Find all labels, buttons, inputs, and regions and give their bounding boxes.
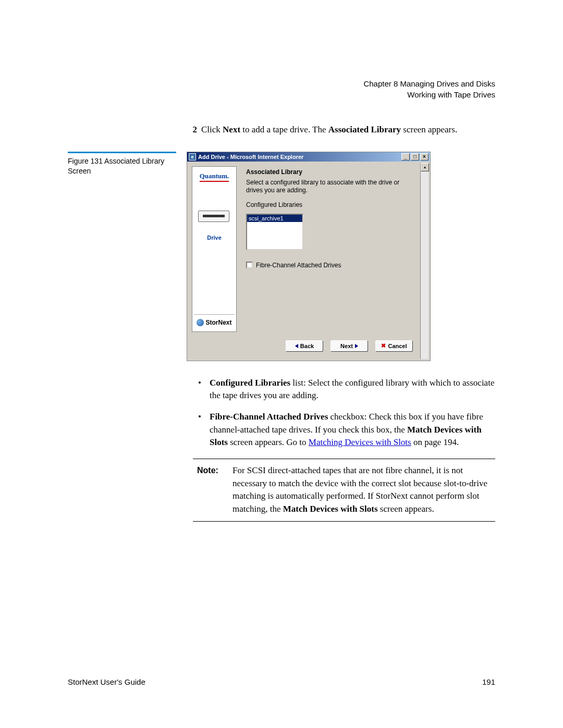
back-arrow-icon bbox=[295, 344, 298, 348]
footer-page-number: 191 bbox=[482, 677, 495, 686]
figure-caption: Figure 131 Associated Library Screen bbox=[68, 152, 176, 177]
stornext-logo: StorNext bbox=[197, 319, 231, 326]
close-button[interactable]: × bbox=[420, 153, 429, 161]
quantum-logo: Quantum. bbox=[200, 172, 229, 182]
bullet-dot: • bbox=[198, 377, 210, 402]
wizard-content: Associated Library Select a configured l… bbox=[240, 163, 420, 335]
content-heading: Associated Library bbox=[246, 168, 414, 176]
bullet-dot: • bbox=[198, 411, 210, 449]
wizard-sidebar: Quantum. Drive StorNext bbox=[192, 166, 237, 332]
ie-titlebar: e Add Drive - Microsoft Internet Explore… bbox=[187, 152, 430, 162]
bullet-list: • Configured Libraries list: Select the … bbox=[198, 377, 495, 449]
section-line: Working with Tape Drives bbox=[68, 89, 495, 100]
chapter-line: Chapter 8 Managing Drives and Disks bbox=[68, 78, 495, 89]
drive-label: Drive bbox=[207, 235, 222, 241]
note-box: Note: For SCSI direct-attached tapes tha… bbox=[193, 459, 495, 522]
fibre-channel-row: Fibre-Channel Attached Drives bbox=[246, 262, 414, 269]
ie-app-icon: e bbox=[189, 153, 196, 161]
stornext-globe-icon bbox=[197, 319, 204, 326]
bullet-item-2: • Fibre-Channel Attached Drives checkbox… bbox=[198, 411, 495, 449]
cancel-x-icon: ✖ bbox=[381, 342, 386, 349]
step-2: 2 Click Next to add a tape drive. The As… bbox=[187, 124, 495, 136]
page-footer: StorNext User's Guide 191 bbox=[68, 677, 495, 686]
content-description: Select a configured library to associate… bbox=[246, 179, 414, 195]
fibre-channel-checkbox[interactable] bbox=[246, 262, 253, 268]
cancel-button[interactable]: ✖ Cancel bbox=[375, 340, 413, 352]
next-arrow-icon bbox=[355, 344, 358, 348]
list-label: Configured Libraries bbox=[246, 201, 414, 208]
list-item[interactable]: scsi_archive1 bbox=[247, 215, 302, 222]
maximize-button[interactable]: □ bbox=[411, 153, 419, 161]
page-header: Chapter 8 Managing Drives and Disks Work… bbox=[68, 78, 495, 100]
drive-illustration bbox=[198, 211, 230, 230]
step-text: Click Next to add a tape drive. The Asso… bbox=[201, 124, 495, 136]
note-label: Note: bbox=[197, 464, 232, 516]
ie-window: e Add Drive - Microsoft Internet Explore… bbox=[187, 152, 431, 361]
next-button[interactable]: Next bbox=[331, 340, 368, 352]
back-button[interactable]: Back bbox=[286, 340, 323, 352]
scrollbar[interactable]: ▴ bbox=[420, 163, 429, 359]
scroll-up-icon[interactable]: ▴ bbox=[421, 163, 429, 171]
fibre-channel-label: Fibre-Channel Attached Drives bbox=[256, 262, 341, 269]
minimize-button[interactable]: _ bbox=[401, 153, 410, 161]
wizard-button-bar: Back Next ✖ Cancel bbox=[189, 335, 420, 359]
ie-title-text: Add Drive - Microsoft Internet Explorer bbox=[198, 154, 303, 160]
note-body: For SCSI direct-attached tapes that are … bbox=[232, 464, 491, 516]
footer-left: StorNext User's Guide bbox=[68, 677, 145, 686]
step-number: 2 bbox=[187, 124, 197, 136]
bullet-item-1: • Configured Libraries list: Select the … bbox=[198, 377, 495, 402]
configured-libraries-listbox[interactable]: scsi_archive1 bbox=[246, 214, 303, 250]
matching-devices-link[interactable]: Matching Devices with Slots bbox=[309, 437, 411, 447]
